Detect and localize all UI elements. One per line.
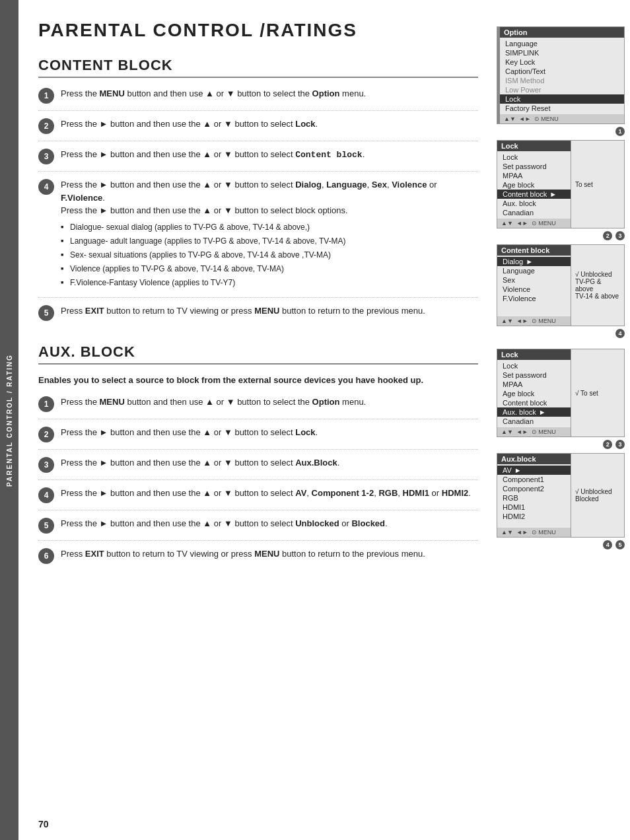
ref-circle-4a: 4 [497, 329, 625, 338]
la-item-mpaa: MPAA [497, 380, 571, 389]
aux-step-text-6: Press EXIT button to return to TV viewin… [61, 547, 478, 561]
cb-item-language: Language [497, 266, 571, 275]
menu3-container: Content block Dialog ► Language Sex Viol… [497, 244, 625, 342]
aux-step-text-3: Press the ► button and then use the ▲ or… [61, 456, 478, 470]
ab-item-hdmi1: HDMI1 [497, 503, 571, 512]
lock-item-setpassword: Set password [497, 162, 571, 171]
content-block-title: CONTENT BLOCK [38, 57, 478, 78]
aux-block-items: AV ► Component1 Component2 RGB HDMI1 HDM… [497, 464, 571, 522]
la-item-ageblock: Age block [497, 389, 571, 398]
menu4-container: Lock Lock Set password MPAA Age block Co… [497, 349, 625, 453]
aux-step-text-5: Press the ► button and then use the ▲ or… [61, 517, 478, 530]
ref-num-2a: 2 [603, 231, 612, 240]
aux-block-right: √ Unblocked Blocked [571, 454, 624, 537]
ref-circle-23b: 2 3 [497, 440, 625, 449]
ref-num-1: 1 [615, 127, 625, 136]
cb-item-fviolence: F.Violence [497, 294, 571, 303]
step-text-2: Press the ► button and then use the ▲ or… [61, 118, 478, 131]
aux-step-text-2: Press the ► button and then use the ▲ or… [61, 426, 478, 439]
ref-num-3b: 3 [615, 440, 625, 449]
cb-item-sex: Sex [497, 275, 571, 285]
cb-unblocked: √ Unblocked [575, 271, 620, 278]
aux-step-num-5: 5 [38, 518, 54, 534]
lock-item-contentblock: Content block ► [497, 190, 571, 199]
ref-num-2b: 2 [603, 440, 612, 449]
lock-menu-footer: ▲▼ ◄► ⊙ MENU [497, 219, 571, 228]
aux-block-header: Aux.block [497, 454, 571, 464]
lock-item-lock: Lock [497, 153, 571, 162]
la-item-canadian: Canadian [497, 417, 571, 426]
aux-step-5: 5 Press the ► button and then use the ▲ … [38, 517, 478, 541]
la-item-setpassword: Set password [497, 370, 571, 380]
sub-bullets-4: Dialogue- sexual dialog (applies to TV-P… [61, 221, 478, 289]
menu-item-simplink: SIMPLINK [500, 48, 624, 57]
aux-step-text-1: Press the MENU button and then use ▲ or … [61, 396, 478, 409]
aux-step-6: 6 Press EXIT button to return to TV view… [38, 547, 478, 571]
step-num-3: 3 [38, 149, 54, 164]
option-menu-footer: ▲▼ ◄► ⊙ MENU [500, 114, 624, 123]
la-item-lock: Lock [497, 361, 571, 370]
step-text-5: Press EXIT button to return to TV viewin… [61, 304, 478, 318]
lock-item-ageblock: Age block [497, 180, 571, 190]
right-panel: Option Language SIMPLINK Key Lock Captio… [491, 0, 630, 840]
lock-item-canadian: Canadian [497, 208, 571, 217]
aux-step-num-4: 4 [38, 487, 54, 503]
step-num-5: 5 [38, 305, 54, 321]
aux-block-menu: Aux.block AV ► Component1 Component2 RGB… [497, 453, 625, 538]
step-2: 2 Press the ► button and then use the ▲ … [38, 118, 478, 141]
ref-num-4a: 4 [615, 329, 625, 338]
lock-item-mpaa: MPAA [497, 171, 571, 180]
cb-item-violence: Violence [497, 285, 571, 294]
ab-blocked: Blocked [575, 495, 620, 503]
lock-menu-to-set: To set [575, 181, 620, 188]
main-content: PARENTAL CONTROL /RATINGS CONTENT BLOCK … [18, 0, 491, 840]
lock-aux-footer: ▲▼ ◄► ⊙ MENU [497, 427, 571, 437]
menu1-container: Option Language SIMPLINK Key Lock Captio… [497, 26, 625, 140]
content-block-menu: Content block Dialog ► Language Sex Viol… [497, 244, 625, 326]
aux-step-4: 4 Press the ► button and then use the ▲ … [38, 487, 478, 510]
menu-item-caption: Caption/Text [500, 67, 624, 76]
aux-block-title: AUX. BLOCK [38, 343, 478, 365]
content-block-section: CONTENT BLOCK 1 Press the MENU button an… [38, 57, 478, 328]
menu2-container: Lock Lock Set password MPAA Age block Co… [497, 140, 625, 244]
content-block-footer: ▲▼ ◄► ⊙ MENU [497, 316, 571, 326]
bullet-2: Language- adult language (applies to TV-… [61, 235, 478, 247]
lock-aux-items: Lock Set password MPAA Age block Content… [497, 360, 571, 427]
step-num-4: 4 [38, 179, 54, 195]
step-num-1: 1 [38, 88, 54, 104]
la-item-contentblock: Content block [497, 398, 571, 407]
lock-aux-header: Lock [497, 349, 571, 360]
page-number: 70 [38, 819, 49, 829]
option-menu-items: Language SIMPLINK Key Lock Caption/Text … [500, 38, 624, 114]
step-4: 4 Press the ► button and then use the ▲ … [38, 178, 478, 298]
page-container: PARENTAL CONTROL / RATING PARENTAL CONTR… [0, 0, 630, 840]
aux-step-2: 2 Press the ► button and then use the ▲ … [38, 426, 478, 450]
side-tab: PARENTAL CONTROL / RATING [0, 0, 18, 840]
menu-item-factoryreset: Factory Reset [500, 104, 624, 113]
lock-menu-right: To set [571, 141, 624, 228]
lock-menu-aux-block: Lock Lock Set password MPAA Age block Co… [497, 349, 625, 437]
menu5-container: Aux.block AV ► Component1 Component2 RGB… [497, 453, 625, 553]
la-item-auxblock: Aux. block ► [497, 407, 571, 417]
lock-aux-to-set: √ To set [575, 390, 620, 397]
bullet-1: Dialogue- sexual dialog (applies to TV-P… [61, 221, 478, 233]
ref-circle-23a: 2 3 [497, 231, 625, 240]
option-menu-header: Option [500, 27, 624, 38]
ref-num-3a: 3 [615, 231, 625, 240]
content-block-items: Dialog ► Language Sex Violence F.Violenc… [497, 256, 571, 304]
cb-tvpg: TV-PG & above [575, 278, 620, 293]
ref-circle-45: 4 5 [497, 540, 625, 549]
menu-item-lock: Lock [500, 94, 624, 104]
ab-item-component2: Component2 [497, 484, 571, 493]
ab-item-rgb: RGB [497, 493, 571, 503]
content-block-right: √ Unblocked TV-PG & above TV-14 & above [571, 245, 624, 326]
aux-step-1: 1 Press the MENU button and then use ▲ o… [38, 396, 478, 419]
side-tab-label: PARENTAL CONTROL / RATING [6, 354, 13, 487]
step-5: 5 Press EXIT button to return to TV view… [38, 304, 478, 328]
step-3: 3 Press the ► button and then use the ▲ … [38, 148, 478, 172]
aux-block-left: Aux.block AV ► Component1 Component2 RGB… [497, 454, 571, 537]
lock-menu-header: Lock [497, 141, 571, 151]
ab-item-hdmi2: HDMI2 [497, 512, 571, 521]
bullet-4: Violence (applies to TV-PG & above, TV-1… [61, 263, 478, 275]
aux-step-text-4: Press the ► button and then use the ▲ or… [61, 487, 478, 500]
